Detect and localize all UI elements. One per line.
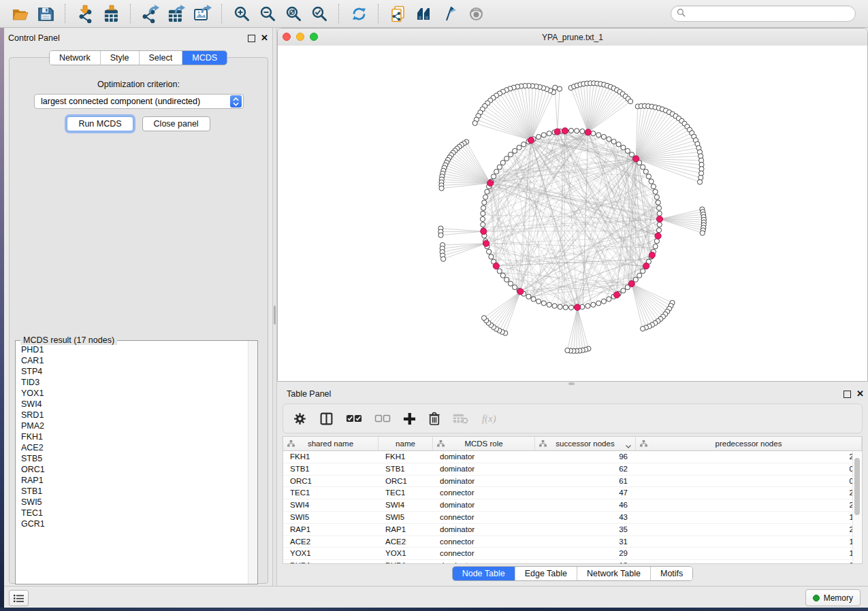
search-input[interactable] bbox=[688, 8, 855, 19]
save-icon[interactable] bbox=[33, 2, 59, 25]
zoom-out-icon[interactable] bbox=[255, 2, 280, 25]
table-cell[interactable]: STB1 bbox=[283, 463, 379, 475]
table-cell[interactable]: FKH1 bbox=[379, 451, 433, 463]
mcds-result-item[interactable]: SWI4 bbox=[21, 399, 248, 410]
table-row[interactable]: FKH1FKH1dominator962 bbox=[283, 451, 862, 463]
panels-menu-button[interactable] bbox=[9, 590, 29, 606]
node-table-header[interactable]: shared namenameMCDS rolesuccessor nodesp… bbox=[283, 437, 862, 451]
table-cell[interactable]: dominator bbox=[433, 560, 535, 564]
vertical-splitter[interactable] bbox=[272, 28, 277, 586]
table-row[interactable]: STB1STB1dominator620 bbox=[283, 463, 862, 476]
mcds-result-item[interactable]: CAR1 bbox=[21, 355, 248, 366]
table-cell[interactable]: dominator bbox=[433, 451, 535, 463]
export-table-icon[interactable] bbox=[163, 2, 189, 25]
add-icon[interactable] bbox=[403, 410, 416, 427]
import-table-icon[interactable] bbox=[98, 2, 124, 25]
run-mcds-button[interactable]: Run MCDS bbox=[67, 116, 133, 131]
memory-button[interactable]: Memory bbox=[805, 589, 861, 606]
mcds-hub-node[interactable] bbox=[481, 229, 487, 235]
table-row[interactable]: SWI4SWI4dominator462 bbox=[283, 499, 862, 512]
table-cell[interactable]: ACE2 bbox=[283, 536, 379, 548]
table-cell[interactable]: 61 bbox=[535, 476, 636, 487]
mcds-hub-node[interactable] bbox=[493, 263, 499, 269]
mcds-hub-node[interactable] bbox=[554, 129, 560, 135]
table-cell[interactable]: 0 bbox=[636, 463, 862, 475]
mcds-hub-node[interactable] bbox=[633, 156, 639, 162]
mcds-result-item[interactable]: ORC1 bbox=[21, 464, 248, 475]
table-cell[interactable]: FKH1 bbox=[283, 451, 379, 463]
tab-mcds[interactable]: MCDS bbox=[182, 51, 227, 65]
mcds-hub-node[interactable] bbox=[483, 240, 489, 246]
mcds-result-item[interactable]: RAP1 bbox=[21, 475, 248, 486]
mcds-hub-node[interactable] bbox=[517, 288, 524, 295]
mcds-hub-node[interactable] bbox=[613, 292, 620, 298]
zoom-selected-icon[interactable] bbox=[306, 2, 332, 25]
table-row[interactable]: PHD1PHD1dominator180 bbox=[283, 560, 862, 564]
export-network-icon[interactable] bbox=[138, 2, 163, 25]
network-graph[interactable] bbox=[278, 46, 867, 382]
table-cell[interactable]: SWI4 bbox=[379, 499, 433, 511]
network-canvas[interactable] bbox=[278, 46, 867, 382]
table-cell[interactable]: connector bbox=[433, 487, 535, 499]
window-minimize-icon[interactable] bbox=[296, 33, 304, 41]
table-cell[interactable]: 31 bbox=[535, 536, 636, 548]
table-cell[interactable]: ACE2 bbox=[379, 536, 433, 548]
mcds-result-scrollbar[interactable] bbox=[248, 341, 257, 584]
table-cell[interactable]: SWI5 bbox=[379, 512, 433, 523]
first-neighbors-icon[interactable] bbox=[411, 2, 437, 25]
tab-node-table[interactable]: Node Table bbox=[453, 567, 515, 580]
mcds-result-item[interactable]: YOX1 bbox=[21, 388, 248, 399]
column-header-successor-nodes[interactable]: successor nodes bbox=[535, 437, 636, 450]
deselect-all-icon[interactable] bbox=[374, 410, 391, 427]
table-cell[interactable]: connector bbox=[433, 548, 535, 559]
table-cell[interactable]: 62 bbox=[535, 463, 636, 475]
table-scrollbar[interactable] bbox=[852, 451, 861, 564]
mcds-result-item[interactable]: SWI5 bbox=[21, 497, 248, 508]
table-cell[interactable]: 46 bbox=[535, 499, 636, 511]
tab-select[interactable]: Select bbox=[139, 51, 182, 65]
show-all-icon[interactable] bbox=[463, 2, 489, 25]
tab-style[interactable]: Style bbox=[100, 51, 139, 65]
table-row[interactable]: RAP1RAP1dominator352 bbox=[283, 524, 862, 536]
export-image-icon[interactable] bbox=[189, 2, 215, 25]
import-network-icon[interactable] bbox=[72, 2, 98, 25]
mcds-result-item[interactable]: PMA2 bbox=[21, 420, 248, 431]
table-cell[interactable]: 0 bbox=[636, 476, 862, 487]
mcds-hub-node[interactable] bbox=[655, 233, 661, 239]
close-panel-icon[interactable]: ✕ bbox=[856, 391, 864, 397]
table-cell[interactable]: TEC1 bbox=[379, 487, 433, 499]
table-cell[interactable]: 1 bbox=[636, 536, 862, 548]
mcds-result-item[interactable]: TEC1 bbox=[21, 508, 248, 518]
table-cell[interactable]: RAP1 bbox=[283, 524, 379, 535]
table-cell[interactable]: 35 bbox=[535, 524, 636, 535]
mcds-hub-node[interactable] bbox=[487, 180, 494, 186]
table-cell[interactable]: YOX1 bbox=[283, 548, 379, 559]
table-cell[interactable]: 96 bbox=[535, 451, 636, 463]
node-table[interactable]: shared namenameMCDS rolesuccessor nodesp… bbox=[283, 436, 863, 564]
table-cell[interactable]: dominator bbox=[433, 476, 535, 487]
close-panel-button[interactable]: Close panel bbox=[142, 116, 210, 131]
table-cell[interactable]: SWI5 bbox=[283, 512, 379, 523]
optimization-criterion-select[interactable]: largest connected component (undirected) bbox=[34, 94, 244, 109]
column-header-MCDS-role[interactable]: MCDS role bbox=[433, 437, 535, 450]
table-row[interactable]: ACE2ACE2connector311 bbox=[283, 536, 862, 548]
table-cell[interactable]: 2 bbox=[636, 524, 862, 535]
gear-icon[interactable] bbox=[293, 410, 307, 427]
table-row[interactable]: TEC1TEC1connector472 bbox=[283, 487, 862, 499]
table-cell[interactable]: 29 bbox=[535, 548, 636, 559]
zoom-fit-icon[interactable] bbox=[280, 2, 306, 25]
table-row[interactable]: YOX1YOX1connector291 bbox=[283, 548, 862, 560]
select-all-icon[interactable] bbox=[346, 410, 362, 427]
column-header-name[interactable]: name bbox=[379, 437, 433, 450]
table-cell[interactable]: 2 bbox=[636, 487, 862, 499]
column-header-predecessor-nodes[interactable]: predecessor nodes bbox=[636, 437, 862, 450]
tab-network[interactable]: Network bbox=[50, 51, 100, 65]
table-cell[interactable]: 18 bbox=[535, 560, 636, 564]
mcds-result-item[interactable]: GCR1 bbox=[21, 518, 248, 529]
table-row[interactable]: SWI5SWI5connector431 bbox=[283, 512, 862, 524]
table-cell[interactable]: connector bbox=[433, 536, 535, 548]
float-panel-icon[interactable] bbox=[248, 35, 255, 42]
table-cell[interactable]: 0 bbox=[636, 560, 862, 564]
close-panel-icon[interactable]: ✕ bbox=[261, 35, 268, 42]
refresh-icon[interactable] bbox=[346, 2, 372, 25]
